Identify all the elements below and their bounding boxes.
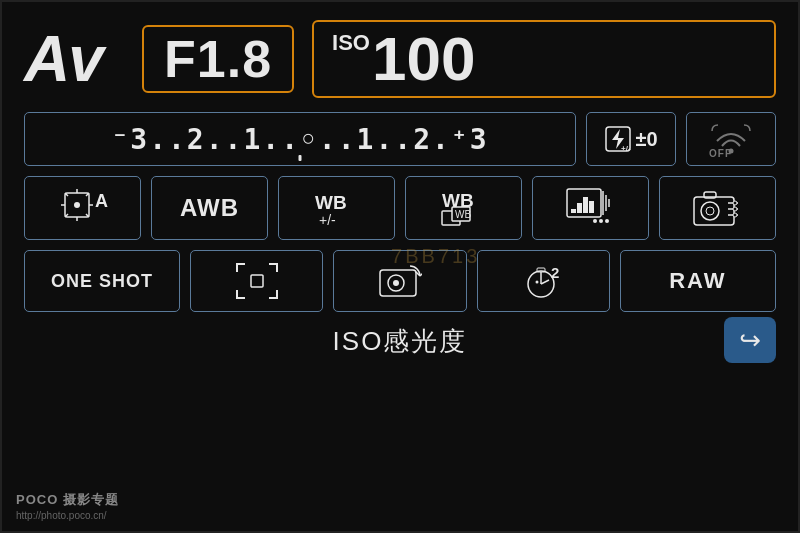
- svg-rect-26: [583, 197, 588, 213]
- second-row: ⁻3..2..1..◦..1..2.⁺3 +/- ±0 OF: [24, 112, 776, 166]
- svg-rect-25: [577, 203, 582, 213]
- self-timer-box[interactable]: 2: [477, 250, 610, 312]
- svg-line-50: [541, 280, 549, 284]
- top-row: Av F1.8 ISO 100: [24, 20, 776, 98]
- svg-text:OFF: OFF: [709, 148, 732, 157]
- svg-point-33: [593, 219, 597, 223]
- svg-text:WB: WB: [315, 192, 347, 213]
- af-point-box[interactable]: [190, 250, 323, 312]
- svg-text:2: 2: [551, 264, 559, 281]
- af-mode-label: ONE SHOT: [51, 271, 153, 292]
- metering-mode-box[interactable]: A: [24, 176, 141, 240]
- svg-point-32: [599, 219, 603, 223]
- svg-text:+/-: +/-: [319, 212, 336, 228]
- back-button[interactable]: ↩: [724, 317, 776, 363]
- svg-point-43: [733, 213, 737, 217]
- af-point-icon: [235, 262, 279, 300]
- histogram-icon: [565, 185, 617, 231]
- mode-label: Av: [24, 27, 124, 91]
- iso-superscript: ISO: [332, 32, 370, 54]
- awb-box[interactable]: AWB: [151, 176, 268, 240]
- wifi-box[interactable]: OFF: [686, 112, 776, 166]
- svg-point-31: [605, 219, 609, 223]
- flash-icon: +/-: [604, 125, 632, 153]
- bottom-settings-row: ONE SHOT: [24, 250, 776, 312]
- iso-label: ISO感光度: [333, 324, 468, 359]
- svg-point-36: [706, 207, 714, 215]
- watermark-line2: http://photo.poco.cn/: [16, 510, 119, 521]
- wb-adjust-box[interactable]: WB +/-: [278, 176, 395, 240]
- bottom-area: ISO感光度 ↩: [24, 324, 776, 359]
- exposure-scale-box[interactable]: ⁻3..2..1..◦..1..2.⁺3: [24, 112, 576, 166]
- svg-point-41: [733, 201, 737, 205]
- wifi-content: OFF: [709, 121, 753, 157]
- raw-label: RAW: [669, 268, 726, 294]
- svg-text:+/-: +/-: [621, 144, 631, 153]
- af-mode-box[interactable]: ONE SHOT: [24, 250, 180, 312]
- iso-box[interactable]: ISO 100: [312, 20, 776, 98]
- svg-point-7: [74, 202, 80, 208]
- settings-row: A AWB WB +/- WB WB: [24, 176, 776, 240]
- exposure-scale-text: ⁻3..2..1..◦..1..2.⁺3: [111, 123, 488, 156]
- awb-label: AWB: [180, 194, 239, 222]
- watermark-line1: POCO 摄影专题: [16, 491, 119, 509]
- svg-rect-24: [571, 209, 576, 213]
- svg-text:A: A: [95, 191, 108, 211]
- wb-bracket-box[interactable]: WB WB: [405, 176, 522, 240]
- metering-icon: A: [57, 185, 109, 231]
- svg-point-42: [733, 207, 737, 211]
- wb-adjust-icon: WB +/-: [311, 185, 363, 231]
- live-view-icon: [378, 262, 422, 300]
- flash-comp-box[interactable]: +/- ±0: [586, 112, 676, 166]
- wb-bracket-icon: WB WB: [438, 185, 490, 231]
- aperture-box[interactable]: F1.8: [142, 25, 294, 93]
- camera-settings-icon: [692, 185, 744, 231]
- histogram-box[interactable]: [532, 176, 649, 240]
- self-timer-icon: 2: [521, 262, 565, 300]
- svg-rect-27: [589, 201, 594, 213]
- wifi-icon: OFF: [709, 121, 753, 157]
- svg-text:WB: WB: [455, 209, 471, 220]
- watermark: POCO 摄影专题 http://photo.poco.cn/: [16, 491, 119, 521]
- svg-point-47: [393, 280, 399, 286]
- camera-screen: Av F1.8 ISO 100 ⁻3..2..1..◦..1..2.⁺3 +/-…: [0, 0, 800, 533]
- iso-value: 100: [372, 28, 475, 90]
- exposure-marker: [299, 155, 302, 161]
- back-arrow-icon: ↩: [739, 325, 761, 356]
- live-view-box[interactable]: [333, 250, 466, 312]
- svg-point-35: [701, 202, 719, 220]
- svg-rect-44: [251, 275, 263, 287]
- camera-settings-box[interactable]: [659, 176, 776, 240]
- raw-box[interactable]: RAW: [620, 250, 776, 312]
- flash-comp-value: ±0: [635, 128, 657, 151]
- svg-point-51: [536, 281, 539, 284]
